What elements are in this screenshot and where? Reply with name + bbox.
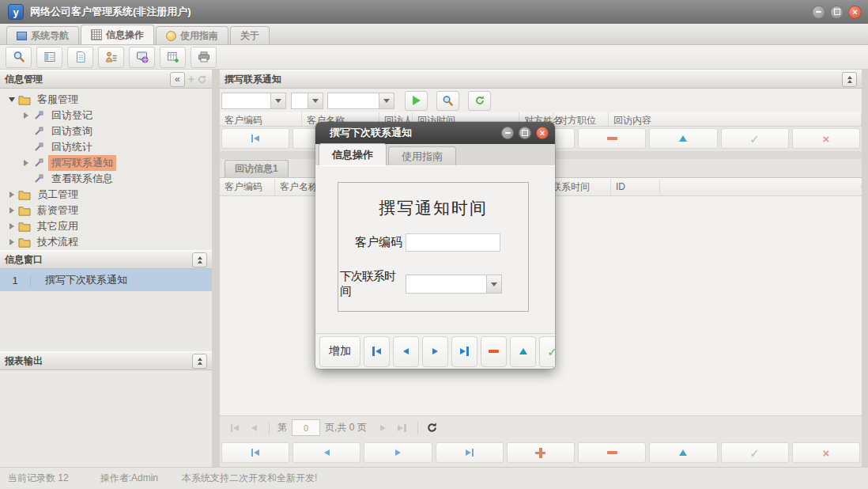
check-icon: ✓ [749, 447, 760, 459]
first-record-button[interactable] [221, 128, 289, 149]
tree-item-tech-process[interactable]: 技术流程 [0, 234, 212, 250]
folder-icon [18, 222, 31, 232]
last-record-button[interactable] [451, 336, 477, 367]
sidebar: 信息管理 « + 客服管理 回访登记 回访查询 [0, 70, 212, 467]
form-button[interactable] [36, 47, 62, 68]
cross-icon: × [822, 447, 829, 459]
tree-item-visit-query[interactable]: 回访查询 [0, 123, 212, 139]
close-button[interactable]: × [848, 6, 862, 19]
tree-item-visit-stats[interactable]: 回访统计 [0, 139, 212, 155]
delete-record-button[interactable] [578, 128, 646, 149]
window-titlebar: y 网络公司客户管理系统(非注册用户) × [0, 0, 868, 24]
column-header[interactable]: 客户编码 [220, 179, 275, 195]
close-icon: × [852, 8, 857, 17]
tree-item-other-apps[interactable]: 其它应用 [0, 218, 212, 234]
edit-record-button[interactable] [649, 442, 717, 463]
prev-record-button[interactable] [393, 336, 419, 367]
message-item[interactable]: 1 撰写下次联系通知 [0, 269, 212, 291]
edit-record-button[interactable] [510, 336, 536, 367]
next-record-button[interactable] [364, 442, 432, 463]
column-header[interactable]: 回访内容 [609, 112, 862, 126]
prev-record-button[interactable] [292, 442, 360, 463]
dialog-minimize-button[interactable] [501, 127, 514, 139]
confirm-button[interactable]: ✓ [721, 442, 789, 463]
tree-item-visit-register[interactable]: 回访登记 [0, 108, 212, 123]
last-record-button[interactable] [436, 442, 504, 463]
refresh-icon[interactable] [426, 422, 438, 434]
run-query-button[interactable] [405, 91, 428, 111]
table-add-button[interactable] [160, 47, 186, 68]
add-button[interactable]: 增加 [319, 336, 360, 367]
collapse-panel-button[interactable] [192, 354, 207, 369]
edit-record-button[interactable] [649, 128, 717, 149]
tree-item-label: 回访查询 [48, 123, 96, 139]
tree-item-view-contact-info[interactable]: 查看联系信息 [0, 171, 212, 187]
collapse-panel-button[interactable] [192, 252, 207, 267]
filter-field-select[interactable] [221, 93, 286, 109]
form-icon [43, 51, 56, 63]
play-icon [413, 96, 421, 105]
customer-code-input[interactable] [406, 233, 500, 252]
user-report-button[interactable] [98, 47, 124, 68]
column-header[interactable]: 客户编码 [220, 112, 302, 126]
printer-button[interactable] [191, 47, 217, 68]
dialog-tab-info-operation[interactable]: 信息操作 [319, 143, 387, 165]
add-record-button[interactable] [507, 442, 575, 463]
search-button[interactable] [6, 47, 32, 68]
minimize-icon [816, 11, 821, 13]
tree-item-employee-management[interactable]: 员工管理 [0, 187, 212, 203]
prev-page-button[interactable] [247, 421, 261, 435]
tab-system-nav[interactable]: 系统导航 [6, 26, 79, 44]
column-header[interactable]: 对方职位 [553, 112, 609, 126]
filter-operator-select[interactable] [291, 93, 323, 109]
dialog-titlebar[interactable]: 撰写下次联系通知 × [315, 122, 555, 144]
tab-about[interactable]: 关于 [230, 26, 270, 44]
panel-header-write-contact-notice: 撰写联系通知 [220, 70, 862, 89]
tree-item-label: 员工管理 [34, 187, 81, 203]
monitor-globe-button[interactable] [129, 47, 155, 68]
tree-item-write-contact-notice[interactable]: 撰写联系通知 [0, 155, 212, 171]
last-icon [466, 449, 471, 456]
form-title: 撰写通知时间 [338, 197, 528, 219]
first-record-button[interactable] [364, 336, 390, 367]
next-page-button[interactable] [376, 421, 391, 435]
dialog-close-button[interactable]: × [536, 127, 549, 139]
cancel-button[interactable]: × [792, 128, 860, 149]
maximize-button[interactable] [830, 6, 843, 19]
minimize-button[interactable] [812, 6, 825, 19]
sidebar-splitter[interactable] [212, 70, 220, 467]
first-record-button[interactable] [221, 442, 289, 463]
last-page-button[interactable] [395, 421, 409, 435]
up-icon [679, 135, 687, 142]
page-number-input[interactable] [292, 419, 320, 436]
confirm-button[interactable]: ✓ [539, 336, 555, 367]
next-contact-time-select[interactable] [406, 275, 502, 294]
dialog-maximize-button[interactable] [519, 127, 531, 139]
document-button[interactable] [67, 47, 93, 68]
advanced-search-button[interactable] [436, 91, 459, 111]
next-icon [432, 348, 438, 354]
maximize-icon [522, 130, 528, 136]
refresh-button[interactable] [468, 91, 491, 111]
next-record-button[interactable] [422, 336, 448, 367]
first-page-button[interactable] [228, 421, 242, 435]
tab-info-operation[interactable]: 信息操作 [81, 25, 154, 44]
collapse-panel-button[interactable] [842, 72, 857, 87]
tool-icon [33, 157, 44, 169]
column-header[interactable] [660, 185, 862, 188]
dialog-tab-user-guide[interactable]: 使用指南 [388, 146, 456, 165]
tab-visit-info-1[interactable]: 回访信息1 [225, 160, 289, 177]
delete-record-button[interactable] [481, 336, 507, 367]
tree-item-customer-service[interactable]: 客服管理 [0, 92, 212, 108]
confirm-button[interactable]: ✓ [721, 128, 789, 149]
collapse-sidebar-button[interactable]: « [170, 72, 185, 87]
delete-record-button[interactable] [578, 442, 646, 463]
tool-icon [33, 142, 44, 153]
column-header[interactable]: ID [611, 180, 660, 194]
tree-item-salary-management[interactable]: 薪资管理 [0, 203, 212, 218]
cancel-button[interactable]: × [792, 442, 860, 463]
filter-value-select[interactable] [327, 93, 394, 109]
panel-header-info-management: 信息管理 « + [0, 70, 212, 89]
minimize-icon [505, 132, 511, 134]
tab-user-guide[interactable]: 使用指南 [156, 26, 228, 44]
